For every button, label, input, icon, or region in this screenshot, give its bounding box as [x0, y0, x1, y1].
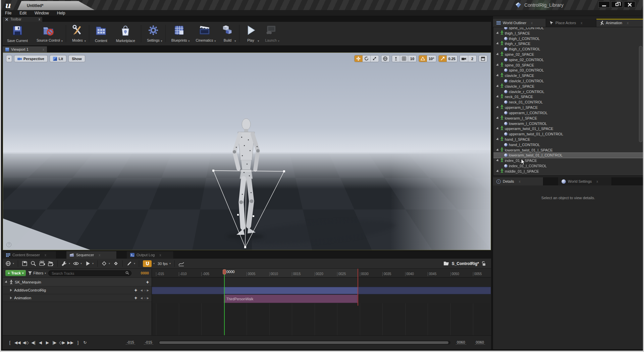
tree-scrollbar[interactable] — [639, 46, 642, 142]
tree-row[interactable]: upperarm_l_SPACE — [493, 105, 643, 110]
tree-row[interactable]: thigh_l_SPACE — [493, 31, 643, 36]
show-button[interactable]: Show — [68, 55, 85, 62]
close-tab-icon[interactable]: x — [45, 253, 46, 257]
chevron-down-icon[interactable]: ▾ — [84, 39, 86, 43]
sequencer-track-row[interactable]: Animation + ◀ ○ ▶ — [3, 294, 152, 302]
transport-button[interactable]: ↻ — [82, 340, 88, 345]
maximize-viewport-button[interactable] — [479, 55, 487, 62]
surface-snap-button[interactable] — [392, 55, 400, 62]
marketplace-button[interactable]: Marketplace — [112, 22, 140, 45]
add-section-icon[interactable]: + — [135, 288, 137, 293]
close-tab-icon[interactable]: x — [581, 21, 582, 25]
transport-button[interactable]: ◇▶ — [58, 340, 66, 345]
menu-item[interactable]: Help — [57, 11, 65, 15]
playhead-line[interactable] — [224, 273, 225, 335]
lock-icon[interactable] — [482, 261, 486, 266]
build-button[interactable]: Build ▾ — [218, 22, 238, 45]
close-tab-icon[interactable]: x — [159, 253, 161, 257]
close-tab-icon[interactable]: x — [519, 180, 521, 183]
source-control-button[interactable]: Source Control ▾ — [32, 22, 64, 45]
playhead-marker[interactable] — [223, 269, 226, 274]
close-tab-icon[interactable]: x — [99, 253, 100, 257]
chevron-down-icon[interactable]: ▾ — [258, 39, 259, 43]
mannequin-track-band[interactable] — [152, 278, 491, 287]
tree-row[interactable]: lowerarm_twist_01_l_CONTROL — [493, 153, 643, 158]
rotate-tool-button[interactable] — [363, 55, 371, 62]
translate-tool-button[interactable] — [355, 55, 363, 62]
filters-button[interactable]: Filters ▾ — [28, 271, 46, 275]
tree-row[interactable]: clavicle_r_CONTROL — [493, 89, 643, 94]
expand-arrow-icon[interactable] — [5, 280, 8, 284]
snap-magnet-button[interactable] — [143, 260, 152, 267]
settings-button[interactable]: Settings ▾ — [143, 22, 164, 45]
animation-clip[interactable]: ThirdPersonWalk — [224, 295, 358, 303]
transport-button[interactable]: ◀◇ — [22, 340, 29, 345]
view-range-start-field[interactable]: -015 — [126, 340, 135, 345]
expand-arrow-icon[interactable] — [496, 74, 499, 77]
menu-item[interactable]: Window — [35, 11, 49, 15]
close-tab-icon[interactable]: x — [531, 21, 533, 25]
camera-speed-button[interactable] — [460, 55, 468, 62]
camera-speed-value[interactable]: 2 — [468, 55, 476, 62]
timeline-ruler[interactable]: -015-010-0050005001000150020002500300035… — [152, 269, 491, 277]
chevron-down-icon[interactable]: ▾ — [134, 262, 135, 265]
expand-arrow-icon[interactable] — [496, 127, 499, 130]
grid-snap-button[interactable] — [400, 55, 408, 62]
chevron-down-icon[interactable]: ▾ — [109, 262, 110, 265]
search-tracks[interactable] — [48, 270, 131, 276]
close-tab-icon[interactable]: x — [627, 21, 629, 25]
tab-world-settings[interactable]: World Settings x — [558, 177, 612, 185]
curve-editor-icon[interactable] — [178, 260, 184, 267]
perspective-button[interactable]: Perspective — [14, 55, 48, 62]
menu-item[interactable]: Edit — [19, 11, 26, 15]
chevron-down-icon[interactable]: ▾ — [214, 39, 216, 43]
auto-key-icon[interactable] — [113, 260, 119, 267]
prev-key-icon[interactable]: ◀ — [141, 297, 143, 300]
sequencer-track-row[interactable]: AdditiveControlRig + ◀ ○ ▶ — [3, 287, 152, 294]
save-asset-icon[interactable] — [22, 260, 28, 267]
work-range-end-field[interactable]: 0060 — [456, 340, 466, 345]
tree-row[interactable]: clavicle_l_SPACE — [493, 73, 643, 78]
tree-row[interactable]: spine_03_CONTROL — [493, 68, 643, 73]
tree-row[interactable]: thigh_r_CONTROL — [493, 46, 643, 52]
tree-row[interactable]: upperarm_twist_01_l_CONTROL — [493, 131, 643, 137]
expand-arrow-icon[interactable] — [496, 106, 499, 109]
next-key-icon[interactable]: ▶ — [147, 297, 149, 300]
chevron-down-icon[interactable]: ▾ — [153, 262, 155, 265]
expand-arrow-icon[interactable] — [496, 138, 499, 141]
chevron-down-icon[interactable]: ▾ — [13, 262, 14, 265]
viewport-options-button[interactable]: ▾ — [6, 55, 12, 62]
viewport-tab[interactable]: Viewport 1 x — [3, 46, 47, 52]
transport-button[interactable]: ◀| — [30, 340, 37, 345]
close-tab-icon[interactable]: x — [39, 17, 40, 21]
chevron-down-icon[interactable]: ▾ — [234, 39, 236, 43]
tree-row[interactable]: middle_01_l_SPACE — [493, 169, 643, 174]
add-section-icon[interactable]: + — [135, 295, 137, 301]
chevron-down-icon[interactable]: ▾ — [188, 39, 190, 43]
chevron-down-icon[interactable]: ▾ — [92, 262, 94, 265]
range-end-line[interactable] — [358, 269, 358, 306]
tree-row[interactable]: thigh_l_CONTROL — [493, 36, 643, 41]
tab-place-actors[interactable]: Place Actors x — [546, 19, 596, 27]
tree-row[interactable]: thigh_r_SPACE — [493, 41, 643, 46]
tab-animation[interactable]: Animation x — [596, 19, 643, 27]
help-icon[interactable]: ? — [6, 242, 11, 247]
tree-row[interactable]: hand_l_SPACE — [493, 137, 643, 142]
create-camera-icon[interactable] — [39, 260, 45, 267]
collapsed-arrow-icon[interactable] — [10, 297, 12, 299]
keyframe-options-icon[interactable] — [101, 260, 107, 267]
expand-arrow-icon[interactable] — [496, 95, 499, 99]
playback-options-icon[interactable] — [85, 260, 91, 267]
fps-dropdown[interactable]: 30 fps — [158, 262, 168, 266]
grid-snap-value[interactable]: 10 — [408, 55, 416, 62]
transport-button[interactable]: ◀ — [37, 340, 44, 345]
tab-output-log[interactable]: Output Log x — [127, 251, 174, 259]
expand-arrow-icon[interactable] — [496, 148, 499, 152]
minimize-button[interactable] — [598, 1, 610, 8]
chevron-down-icon[interactable]: ▾ — [69, 262, 70, 265]
toolbar-tab[interactable]: Toolbar x — [3, 17, 42, 22]
transport-button[interactable]: [ — [7, 340, 13, 345]
transport-button[interactable]: ▶ — [44, 340, 51, 345]
transport-button[interactable]: ▶▶ — [66, 340, 74, 345]
render-movie-icon[interactable] — [48, 260, 54, 267]
